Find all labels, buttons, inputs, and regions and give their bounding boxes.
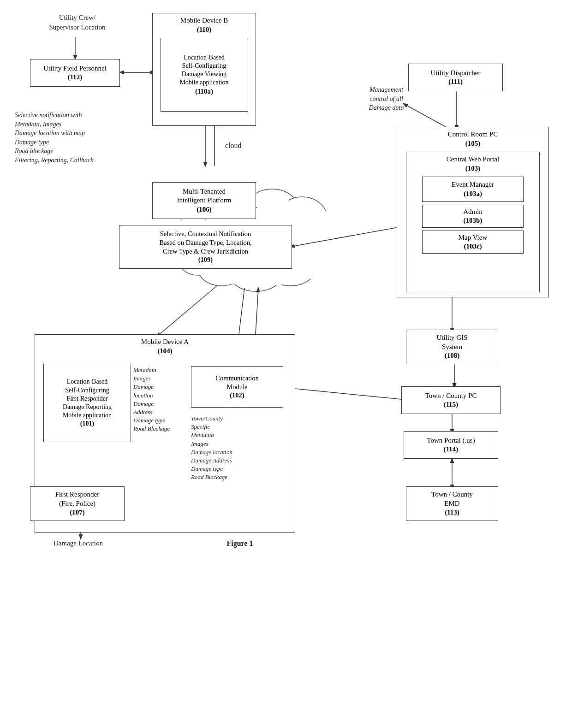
mobile-device-b-box: Mobile Device B (110) Location-BasedSelf… <box>152 13 256 126</box>
control-room-pc-label: Control Room PC <box>448 130 498 139</box>
communication-module-label: CommunicationModule <box>215 374 258 391</box>
utility-dispatcher-num: (111) <box>448 77 463 87</box>
mobile-device-b-label: Mobile Device B <box>180 16 228 25</box>
town-county-emd-label: Town / CountyEMD <box>431 490 473 508</box>
town-county-emd-box: Town / CountyEMD (113) <box>406 486 498 521</box>
utility-field-personnel-box: Utility Field Personnel (112) <box>30 59 120 87</box>
utility-gis-box: Utility GISSystem (108) <box>406 330 498 364</box>
multi-tenanted-num: (106) <box>197 205 212 214</box>
utility-dispatcher-box: Utility Dispatcher (111) <box>408 64 503 91</box>
selective-contextual-num: (109) <box>198 255 213 264</box>
location-based-app-b-num: (110a) <box>195 87 213 96</box>
svg-line-26 <box>281 387 406 400</box>
multi-tenanted-label: Multi-TenantedIntelligent Platform <box>177 187 232 205</box>
svg-point-5 <box>295 237 337 274</box>
central-web-portal-label: Central Web Portal <box>447 155 499 164</box>
control-room-pc-num: (105) <box>465 139 481 148</box>
town-portal-num: (114) <box>444 445 459 454</box>
town-county-pc-box: Town / County PC (115) <box>401 386 500 414</box>
town-county-pc-label: Town / County PC <box>425 391 477 401</box>
location-based-app-a-label: Location-BasedSelf-ConfiguringFirst Resp… <box>63 378 112 420</box>
communication-module-box: CommunicationModule (102) <box>191 366 283 408</box>
location-based-app-a-num: (101) <box>80 420 94 428</box>
utility-gis-label: Utility GISSystem <box>436 333 467 351</box>
town-county-emd-num: (113) <box>445 508 459 517</box>
event-manager-label: Event Manager <box>452 180 494 189</box>
map-view-label: Map View <box>459 233 488 243</box>
svg-point-4 <box>300 214 346 256</box>
location-based-app-b-box: Location-BasedSelf-ConfiguringDamage Vie… <box>161 38 248 112</box>
communication-module-num: (102) <box>230 391 244 400</box>
town-portal-box: Town Portal (.us) (114) <box>404 431 498 459</box>
town-county-label: Town/CountySpecificMetadataImagesDamage … <box>191 414 283 482</box>
central-web-portal-num: (103) <box>465 164 481 173</box>
event-manager-box: Event Manager (103a) <box>422 177 524 202</box>
figure1-label: Figure 1 <box>198 539 281 549</box>
metadata-label: MetadataImagesDamagelocationDamageAddres… <box>133 366 189 433</box>
town-portal-label: Town Portal (.us) <box>427 436 475 445</box>
utility-crew-label: Utility Crew/Supervisor Location <box>35 13 120 32</box>
svg-line-17 <box>291 226 406 247</box>
selective-contextual-box: Selective, Contextual NotificationBased … <box>119 225 292 269</box>
cloud-label: cloud <box>225 141 242 151</box>
selective-contextual-label: Selective, Contextual NotificationBased … <box>159 230 251 256</box>
mobile-device-b-num: (110) <box>197 25 212 35</box>
admin-label: Admin <box>463 207 483 217</box>
location-based-app-b-label: Location-BasedSelf-ConfiguringDamage Vie… <box>179 53 228 87</box>
control-room-pc-box: Control Room PC (105) Central Web Portal… <box>397 127 549 297</box>
mobile-device-a-label: Mobile Device A <box>141 337 189 347</box>
diagram: Mobile Device B (bidirectional) --> <box>0 0 572 728</box>
first-responder-box: First Responder(Fire, Police) (107) <box>30 486 125 521</box>
event-manager-num: (103a) <box>464 189 482 199</box>
town-county-pc-num: (115) <box>444 400 459 409</box>
central-web-portal-box: Central Web Portal (103) Event Manager (… <box>406 152 540 292</box>
mobile-device-a-num: (104) <box>157 347 173 356</box>
utility-field-personnel-label: Utility Field Personnel <box>43 64 107 73</box>
admin-box: Admin (103b) <box>422 205 524 228</box>
damage-location-label: Damage Location <box>29 539 128 548</box>
utility-field-personnel-num: (112) <box>68 73 83 82</box>
utility-gis-num: (108) <box>445 351 460 361</box>
selective-notification-label: Selective notification withMetadata, Ima… <box>15 111 119 165</box>
first-responder-num: (107) <box>70 508 85 517</box>
location-based-app-a-box: Location-BasedSelf-ConfiguringFirst Resp… <box>43 364 131 442</box>
multi-tenanted-box: Multi-TenantedIntelligent Platform (106) <box>152 182 256 219</box>
admin-num: (103b) <box>464 216 483 225</box>
map-view-box: Map View (103c) <box>422 231 524 254</box>
first-responder-label: First Responder(Fire, Police) <box>55 490 99 508</box>
utility-dispatcher-label: Utility Dispatcher <box>431 69 481 78</box>
svg-line-21 <box>157 286 217 337</box>
map-view-num: (103c) <box>464 242 482 251</box>
